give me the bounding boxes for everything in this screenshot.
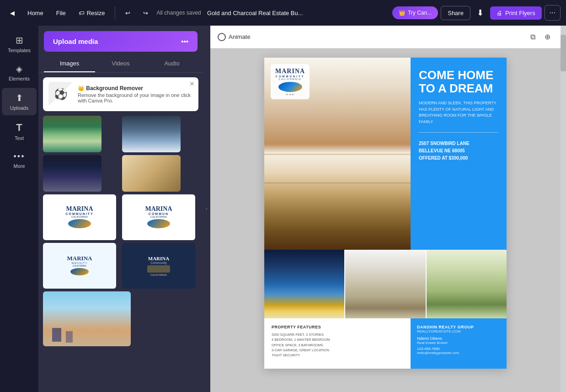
topbar-right: 👑 Try Can... Share ⬇ 🖨 Print Flyers ··· xyxy=(392,5,561,21)
divider-1 xyxy=(115,6,115,19)
list-item[interactable] xyxy=(122,155,181,192)
share-button[interactable]: Share xyxy=(441,6,470,20)
sidebar-item-text[interactable]: T Text xyxy=(2,117,37,145)
feature-3: OFFICE SPACE, 3 BATHROOMS xyxy=(272,343,403,348)
list-item[interactable] xyxy=(43,291,131,346)
share-label: Share xyxy=(448,10,464,16)
sidebar-item-templates[interactable]: ⊞ Templates xyxy=(2,30,37,58)
tab-videos[interactable]: Videos xyxy=(95,55,146,72)
agent-company: DANSHIN REALTY GROUP xyxy=(417,325,500,329)
tab-images[interactable]: Images xyxy=(44,55,95,72)
print-label: Print Flyers xyxy=(505,10,535,16)
bg-remover-title: 👑 Background Remover xyxy=(78,85,193,91)
flyer-features: PROPERTY FEATURES 3200 SQUARE FEET, 3 ST… xyxy=(264,318,411,369)
panel-collapse-handle[interactable]: ‹ xyxy=(203,26,210,392)
sidebar-item-elements[interactable]: ◈ Elements xyxy=(2,59,37,86)
sidebar-item-uploads[interactable]: ⬆ Uploads xyxy=(2,88,37,115)
home-label: Home xyxy=(27,10,43,16)
canvas-scroll[interactable]: MARINA Community CALIFORNIA ✤ ✤ ✤ xyxy=(210,48,561,392)
agent-name: Ndemi Otieno xyxy=(417,336,500,341)
flyer-top-section: MARINA Community CALIFORNIA ✤ ✤ ✤ xyxy=(264,58,507,250)
more-options-button[interactable]: ··· xyxy=(545,5,561,21)
flyer-main-image-wrapper: MARINA Community CALIFORNIA ✤ ✤ ✤ xyxy=(264,58,411,250)
agent-email: hello@reallygreatsite.com xyxy=(417,351,500,355)
feature-1: 3200 SQUARE FEET, 3 STORIES xyxy=(272,332,403,337)
agent-title: Real Estate Broker xyxy=(417,341,500,345)
copy-icon-button[interactable]: ⧉ xyxy=(528,31,538,43)
left-sidebar: ⊞ Templates ◈ Elements ⬆ Uploads T Text … xyxy=(0,26,38,392)
upload-more-icon: ••• xyxy=(181,38,188,45)
redo-button[interactable]: ↪ xyxy=(139,7,153,19)
add-icon-button[interactable]: ⊕ xyxy=(542,31,553,43)
bg-remover-info: 👑 Background Remover Remove the backgrou… xyxy=(78,85,193,103)
address-line1: 2507 SNOWBIRD LANE xyxy=(419,140,498,147)
main-area: ⊞ Templates ◈ Elements ⬆ Uploads T Text … xyxy=(0,26,566,392)
upload-media-button[interactable]: Upload media ••• xyxy=(44,31,198,52)
back-icon: ◀ xyxy=(10,10,15,16)
download-button[interactable]: ⬇ xyxy=(473,5,487,21)
list-item[interactable] xyxy=(43,155,101,192)
elements-icon: ◈ xyxy=(16,64,22,74)
doc-title: Gold and Charcoal Real Estate Bu... xyxy=(205,10,305,16)
redo-icon: ↪ xyxy=(143,10,148,16)
close-banner-button[interactable]: ✕ xyxy=(189,80,195,87)
flyer-photo-grid xyxy=(264,250,507,318)
print-button[interactable]: 🖨 Print Flyers xyxy=(490,6,542,20)
file-button[interactable]: File xyxy=(52,7,70,19)
uploads-icon: ⬆ xyxy=(16,92,23,103)
canvas-area: Animate ⧉ ⊕ M xyxy=(210,26,561,392)
list-item[interactable]: MARINA COMMUN CALIFORNIA xyxy=(122,194,195,240)
resize-icon: 🏷 xyxy=(79,10,85,16)
more-icon: ••• xyxy=(14,152,25,161)
elements-label: Elements xyxy=(9,76,30,81)
photo-cell-living xyxy=(345,250,425,318)
features-list: 3200 SQUARE FEET, 3 STORIES 4 BEDROOM, 1… xyxy=(272,332,403,358)
list-item[interactable]: MARINA COMMUNITY CALIFORNIA xyxy=(43,194,116,240)
topbar: ◀ Home File 🏷 Resize ↩ ↪ All changes sav… xyxy=(0,0,566,26)
crown-icon: 👑 xyxy=(399,10,406,16)
text-icon: T xyxy=(16,122,22,134)
flyer-bottom-section: PROPERTY FEATURES 3200 SQUARE FEET, 3 ST… xyxy=(264,318,507,369)
animate-button[interactable]: Animate xyxy=(218,33,251,41)
features-title: PROPERTY FEATURES xyxy=(272,325,403,329)
templates-label: Templates xyxy=(8,48,31,53)
bg-remover-banner: ⚽ 👑 Background Remover Remove the backgr… xyxy=(43,77,198,111)
print-icon: 🖨 xyxy=(497,10,502,16)
list-item[interactable]: MARINA Community CALIFORNIA xyxy=(122,243,195,289)
flyer-divider xyxy=(419,132,498,133)
list-item[interactable] xyxy=(43,116,101,152)
more-label: More xyxy=(13,163,25,169)
address-line2: BELLEVUE NE 68005 xyxy=(419,147,498,155)
templates-icon: ⊞ xyxy=(16,35,23,46)
agent-phone: 123-456-7890 xyxy=(417,347,500,351)
animate-label: Animate xyxy=(229,33,251,40)
upload-label: Upload media xyxy=(53,38,98,45)
try-canva-button[interactable]: 👑 Try Can... xyxy=(392,6,438,19)
sidebar-item-more[interactable]: ••• More xyxy=(2,147,37,173)
file-label: File xyxy=(56,10,66,16)
image-grid: MARINA COMMUNITY CALIFORNIA MARINA COMMU… xyxy=(43,116,198,346)
resize-button[interactable]: 🏷 Resize xyxy=(74,7,110,19)
bg-remover-thumbnail: ⚽ xyxy=(48,82,73,107)
marina-logo-overlay: MARINA Community CALIFORNIA ✤ ✤ ✤ xyxy=(271,64,310,99)
chevron-left-icon: ‹ xyxy=(206,206,207,211)
undo-icon: ↩ xyxy=(125,10,130,16)
agent-site: REALLYGREATSITE.COM xyxy=(417,329,500,333)
list-item[interactable]: MARINA MMUNITY CALIFORNIA xyxy=(43,243,116,289)
flyer-heading-line1: COME HOME TO A DREAM xyxy=(419,69,498,95)
undo-button[interactable]: ↩ xyxy=(121,7,135,19)
right-scrollbar[interactable] xyxy=(561,26,566,392)
panel-tabs: Images Videos Audio xyxy=(38,55,203,73)
tab-audio[interactable]: Audio xyxy=(146,55,198,72)
more-icon: ··· xyxy=(550,9,555,16)
resize-label: Resize xyxy=(87,10,105,16)
media-panel: Upload media ••• Images Videos Audio ⚽ xyxy=(38,26,203,392)
back-button[interactable]: ◀ xyxy=(5,7,19,19)
try-can-label: Try Can... xyxy=(408,10,432,16)
home-button[interactable]: Home xyxy=(23,7,48,19)
flyer-agent-info: DANSHIN REALTY GROUP REALLYGREATSITE.COM… xyxy=(411,318,507,369)
canvas-toolbar: Animate ⧉ ⊕ xyxy=(210,26,561,48)
feature-2: 4 BEDROOM, 1 MASTER BEDROOM xyxy=(272,337,403,342)
text-label: Text xyxy=(15,135,24,141)
list-item[interactable] xyxy=(122,116,181,152)
